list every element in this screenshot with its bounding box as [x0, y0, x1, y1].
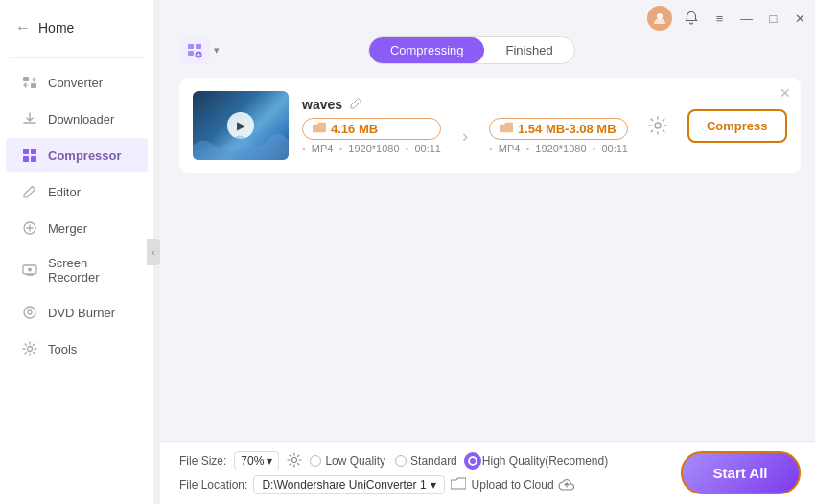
sidebar-label-dvd-burner: DVD Burner — [48, 306, 115, 320]
file-location-row: File Location: D:\Wondershare UniConvert… — [179, 475, 608, 494]
svg-point-10 — [28, 310, 32, 314]
screen-recorder-icon — [21, 262, 38, 279]
menu-button[interactable]: ≡ — [710, 9, 730, 28]
sidebar: ← Home Converter Downloader Compressor E… — [0, 0, 153, 504]
sidebar-label-editor: Editor — [48, 185, 81, 199]
radio-low — [310, 455, 321, 467]
sidebar-item-compressor[interactable]: Compressor — [6, 138, 148, 172]
close-card-button[interactable]: ✕ — [780, 85, 791, 101]
main-content: ≡ — □ ✕ ▾ Compressing Finished — [160, 0, 815, 504]
compressed-size-badge: 1.54 MB-3.08 MB — [489, 118, 628, 140]
folder-icon-2 — [500, 122, 513, 136]
tab-compressing[interactable]: Compressing — [369, 37, 485, 63]
file-name: waves — [302, 97, 342, 112]
settings-gear-icon[interactable] — [287, 452, 302, 470]
dot4: • — [489, 143, 493, 154]
svg-rect-0 — [23, 77, 29, 81]
location-path-select[interactable]: D:\Wondershare UniConverter 1 ▾ — [253, 475, 444, 494]
content-area: ▾ Compressing Finished ✕ ▶ — [160, 36, 815, 441]
file-settings-button[interactable] — [641, 109, 674, 142]
tabs-bar: ▾ Compressing Finished — [179, 36, 801, 64]
svg-point-8 — [28, 268, 32, 272]
add-icon — [179, 37, 210, 64]
compressed-details: • MP4 • 1920*1080 • 00:11 — [489, 143, 628, 154]
dropdown-arrow: ▾ — [267, 454, 272, 468]
svg-point-18 — [292, 457, 297, 462]
file-info: waves 4.16 MB — [302, 97, 628, 154]
start-all-button[interactable]: Start All — [681, 451, 801, 494]
sidebar-item-converter[interactable]: Converter — [6, 65, 148, 100]
file-size-value: 70% — [241, 454, 264, 468]
sidebar-item-editor[interactable]: Editor — [6, 174, 148, 209]
quality-high[interactable]: High Quality(Recomend) — [467, 454, 608, 468]
sidebar-label-merger: Merger — [48, 221, 87, 236]
add-dropdown-arrow: ▾ — [214, 44, 220, 57]
tab-finished[interactable]: Finished — [484, 37, 573, 63]
sidebar-item-dvd-burner[interactable]: DVD Burner — [6, 295, 148, 330]
notifications-button[interactable] — [680, 7, 703, 30]
dvd-burner-icon — [21, 304, 38, 321]
quality-standard-label: Standard — [410, 454, 457, 468]
file-location-label: File Location: — [179, 478, 247, 492]
compressed-info: 1.54 MB-3.08 MB • MP4 • 1920*1080 • 00:1… — [489, 118, 628, 154]
merger-icon — [21, 219, 38, 237]
quality-low[interactable]: Low Quality — [310, 454, 385, 468]
upload-cloud-button[interactable]: Upload to Cloud — [472, 477, 575, 493]
bottom-settings: File Size: 70% ▾ Low Quality Standard — [179, 451, 608, 494]
compressed-format: MP4 — [499, 143, 521, 154]
sidebar-collapse-button[interactable]: ‹ — [147, 239, 160, 265]
svg-rect-3 — [31, 149, 36, 154]
svg-point-17 — [655, 123, 661, 128]
quality-standard[interactable]: Standard — [395, 454, 457, 468]
upload-cloud-label: Upload to Cloud — [472, 478, 554, 492]
sidebar-item-screen-recorder[interactable]: Screen Recorder — [6, 247, 148, 293]
close-button[interactable]: ✕ — [791, 9, 810, 28]
edit-name-icon[interactable] — [350, 97, 362, 112]
sidebar-item-downloader[interactable]: Downloader — [6, 102, 148, 136]
minimize-button[interactable]: — — [737, 9, 757, 28]
svg-rect-4 — [23, 156, 29, 162]
file-size-row: File Size: 70% ▾ Low Quality Standard — [179, 451, 608, 470]
dot5: • — [525, 143, 529, 154]
maximize-button[interactable]: □ — [764, 9, 783, 28]
original-size-badge: 4.16 MB — [302, 118, 441, 140]
quality-high-label: High Quality(Recomend) — [482, 454, 608, 468]
sidebar-label-screen-recorder: Screen Recorder — [48, 256, 132, 285]
sidebar-item-merger[interactable]: Merger — [6, 211, 148, 245]
quality-options: Low Quality Standard High Quality(Recome… — [310, 454, 608, 468]
add-file-button[interactable]: ▾ — [179, 37, 220, 64]
file-size-label: File Size: — [179, 454, 226, 468]
sidebar-item-tools[interactable]: Tools — [6, 332, 148, 366]
compress-button[interactable]: Compress — [687, 109, 787, 143]
svg-rect-2 — [23, 149, 29, 154]
file-size-select[interactable]: 70% ▾ — [234, 451, 279, 470]
open-folder-icon[interactable] — [451, 477, 466, 493]
svg-rect-5 — [31, 156, 36, 162]
sidebar-label-compressor: Compressor — [48, 149, 122, 163]
original-resolution: 1920*1080 — [348, 143, 399, 154]
dot1: • — [302, 143, 306, 154]
svg-point-11 — [28, 347, 33, 352]
file-thumbnail[interactable]: ▶ — [193, 91, 289, 160]
home-button[interactable]: ← Home — [0, 11, 153, 52]
original-size-value: 4.16 MB — [331, 122, 378, 136]
sidebar-label-downloader: Downloader — [48, 112, 114, 126]
original-details: • MP4 • 1920*1080 • 00:11 — [302, 143, 441, 154]
file-name-row: waves — [302, 97, 628, 112]
compressed-duration: 00:11 — [601, 143, 628, 154]
svg-rect-1 — [31, 83, 36, 88]
arrow-divider: › — [462, 126, 468, 147]
tools-icon — [21, 340, 38, 357]
svg-rect-14 — [196, 44, 201, 49]
file-meta-row: 4.16 MB • MP4 • 1920*1080 • 00:11 › — [302, 118, 628, 154]
cloud-icon — [558, 477, 575, 493]
converter-icon — [21, 74, 38, 91]
original-info: 4.16 MB • MP4 • 1920*1080 • 00:11 — [302, 118, 441, 154]
svg-rect-13 — [188, 44, 194, 49]
original-duration: 00:11 — [414, 143, 441, 154]
add-file-area: ▾ — [179, 37, 220, 64]
titlebar: ≡ — □ ✕ — [160, 0, 815, 36]
editor-icon — [21, 183, 38, 200]
user-avatar[interactable] — [647, 6, 672, 31]
dot3: • — [406, 143, 409, 154]
